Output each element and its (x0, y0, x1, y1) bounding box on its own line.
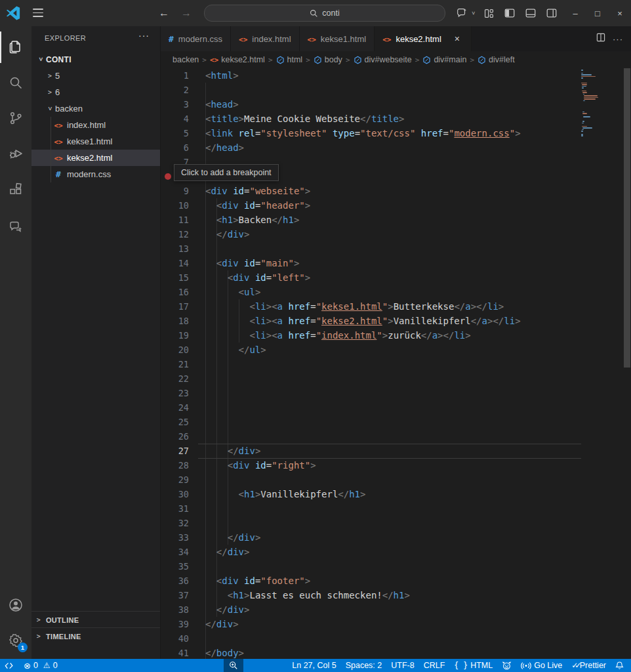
code-line-1[interactable]: 1<html> (161, 68, 631, 83)
code-line-23[interactable]: 23 (161, 386, 631, 400)
code-line-5[interactable]: 5<link rel="stylesheet" type="text/css" … (161, 126, 631, 140)
status-notifications[interactable] (611, 659, 628, 672)
line-number[interactable]: 21 (161, 357, 189, 371)
line-number[interactable]: 36 (161, 574, 189, 588)
explorer-more-actions-icon[interactable]: ··· (138, 30, 150, 41)
settings-gear-icon[interactable]: 1 (0, 625, 31, 656)
close-tab-icon[interactable]: × (451, 33, 463, 44)
line-number[interactable]: 28 (161, 458, 189, 472)
line-number[interactable]: 31 (161, 501, 189, 516)
status-cursor-position[interactable]: Ln 27, Col 5 (287, 659, 340, 672)
explorer-item-5[interactable]: >5 (31, 68, 160, 84)
explorer-icon[interactable] (0, 32, 31, 63)
timeline-section[interactable]: > TIMELINE (31, 627, 160, 644)
forward-button[interactable]: → (178, 5, 194, 21)
outline-section[interactable]: > OUTLINE (31, 611, 160, 628)
editor-scrollbar[interactable] (623, 68, 631, 659)
status-indentation[interactable]: Spaces: 2 (341, 659, 387, 672)
tab-kekse1.html[interactable]: <>kekse1.html (300, 26, 375, 51)
status-encoding[interactable]: UTF-8 (386, 659, 418, 672)
line-number[interactable]: 33 (161, 530, 189, 545)
code-line-6[interactable]: 6</head> (161, 140, 631, 155)
code-line-32[interactable]: 32 (161, 516, 631, 530)
menu-icon[interactable] (33, 9, 43, 17)
code-line-38[interactable]: 38 </div> (161, 602, 631, 617)
run-debug-icon[interactable] (0, 138, 31, 169)
toggle-panel-icon[interactable] (522, 5, 539, 22)
code-line-14[interactable]: 14 <div id="main"> (161, 256, 631, 270)
maximize-button[interactable]: □ (586, 0, 609, 26)
code-editor[interactable]: 1<html>23<head>4<title>Meine Cookie Webs… (161, 68, 631, 659)
back-button[interactable]: ← (156, 5, 172, 21)
breadcrumb-item-div#main[interactable]: div#main (422, 55, 466, 64)
line-number[interactable]: 11 (161, 213, 189, 227)
code-line-36[interactable]: 36 <div id="footer"> (161, 574, 631, 588)
line-number[interactable]: 26 (161, 429, 189, 444)
line-number[interactable]: 20 (161, 343, 189, 357)
line-number[interactable]: 25 (161, 415, 189, 429)
line-number[interactable]: 27 (161, 444, 189, 458)
code-line-25[interactable]: 25 (161, 415, 631, 429)
line-number[interactable]: 3 (161, 97, 189, 112)
explorer-item-backen[interactable]: >backen (31, 100, 160, 117)
line-number[interactable]: 38 (161, 602, 189, 617)
line-number[interactable]: 23 (161, 386, 189, 400)
line-number[interactable]: 15 (161, 270, 189, 285)
split-editor-icon[interactable] (596, 32, 606, 45)
minimize-button[interactable]: – (564, 0, 586, 26)
code-line-9[interactable]: 9<div id="webseite"> (161, 184, 631, 198)
code-line-37[interactable]: 37 <h1>Lasst es euch schmecken!</h1> (161, 588, 631, 602)
remote-indicator[interactable] (0, 659, 19, 672)
zoom-indicator[interactable] (224, 659, 243, 672)
code-line-31[interactable]: 31 (161, 501, 631, 516)
code-line-18[interactable]: 18 <li><a href="kekse2.html">Vanillekipf… (161, 314, 631, 328)
code-line-3[interactable]: 3<head> (161, 97, 631, 112)
code-line-4[interactable]: 4<title>Meine Cookie Webseite</title> (161, 112, 631, 126)
tab-modern.css[interactable]: #modern.css (161, 26, 231, 51)
line-number[interactable]: 13 (161, 242, 189, 256)
code-line-29[interactable]: 29 (161, 472, 631, 487)
code-line-26[interactable]: 26 (161, 429, 631, 444)
line-number[interactable]: 18 (161, 314, 189, 328)
explorer-item-6[interactable]: >6 (31, 84, 160, 100)
line-number[interactable]: 6 (161, 140, 189, 155)
code-line-15[interactable]: 15 <div id="left"> (161, 270, 631, 285)
close-button[interactable]: × (609, 0, 631, 26)
code-line-33[interactable]: 33 </div> (161, 530, 631, 545)
source-control-icon[interactable] (0, 102, 31, 134)
code-line-39[interactable]: 39</div> (161, 617, 631, 631)
breadcrumb-item-div#webseite[interactable]: div#webseite (354, 55, 412, 64)
breadcrumb-item-body[interactable]: body (314, 55, 342, 64)
problems-indicator[interactable]: ⊗ 0 ⚠ 0 (19, 659, 62, 672)
line-number[interactable]: 41 (161, 646, 189, 659)
status-eol[interactable]: CRLF (419, 659, 450, 672)
breadcrumb-item-html[interactable]: html (276, 55, 303, 64)
code-line-13[interactable]: 13 (161, 242, 631, 256)
code-line-35[interactable]: 35 (161, 559, 631, 574)
chevron-down-icon[interactable]: > (470, 11, 476, 14)
line-number[interactable]: 2 (161, 83, 189, 97)
code-line-28[interactable]: 28 <div id="right"> (161, 458, 631, 472)
status-go-live[interactable]: Go Live (516, 659, 567, 672)
code-line-41[interactable]: 41</body> (161, 646, 631, 659)
customize-layout-icon[interactable] (480, 5, 497, 22)
code-line-19[interactable]: 19 <li><a href="index.html">zurück</a></… (161, 328, 631, 343)
code-line-40[interactable]: 40 (161, 631, 631, 646)
code-line-11[interactable]: 11 <h1>Backen</h1> (161, 213, 631, 227)
search-view-icon[interactable] (0, 67, 31, 98)
code-line-20[interactable]: 20 </ul> (161, 343, 631, 357)
status-language-mode[interactable]: { }HTML (449, 659, 497, 672)
toggle-primary-sidebar-icon[interactable] (501, 5, 518, 22)
line-number[interactable]: 9 (161, 184, 189, 198)
code-line-24[interactable]: 24 (161, 400, 631, 415)
breakpoint-dot[interactable] (165, 173, 171, 180)
line-number[interactable]: 30 (161, 487, 189, 501)
code-line-34[interactable]: 34 </div> (161, 545, 631, 559)
breadcrumb-item-kekse2.html[interactable]: <>kekse2.html (210, 55, 265, 64)
extensions-icon[interactable] (0, 173, 31, 205)
scrollbar-thumb[interactable] (624, 68, 630, 368)
chat-sparkle-icon[interactable] (0, 211, 31, 243)
toggle-secondary-sidebar-icon[interactable] (543, 5, 560, 22)
line-number[interactable]: 34 (161, 545, 189, 559)
tab-index.html[interactable]: <>index.html (231, 26, 300, 51)
